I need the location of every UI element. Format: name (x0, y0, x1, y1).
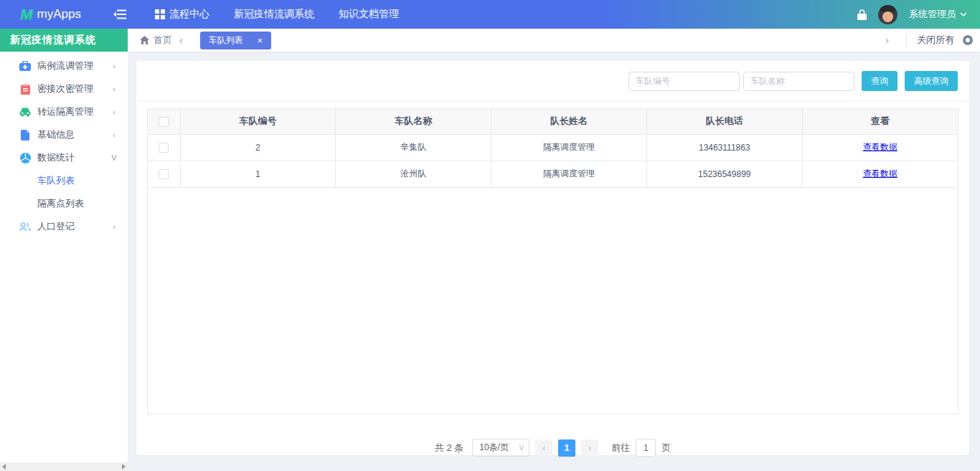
chevron-left-icon: ‹ (110, 85, 118, 93)
sidebar-subitem-label: 车队列表 (37, 174, 75, 187)
sidebar-subitem-isolation-point-list[interactable]: 隔离点列表 (0, 192, 128, 215)
nav-label: 新冠疫情流调系统 (234, 8, 314, 21)
cell-leader-phone: 13463111863 (646, 134, 802, 161)
cell-team-id: 2 (180, 134, 336, 161)
tab-options-icon[interactable] (963, 35, 973, 45)
cell-team-name: 沧州队 (336, 161, 491, 187)
sidebar-horizontal-scrollbar[interactable] (0, 462, 128, 471)
view-data-link[interactable]: 查看数据 (863, 168, 897, 179)
chevron-left-icon: ‹ (110, 62, 118, 70)
sidebar-item-data-statistics[interactable]: 数据统计 ᐯ (0, 146, 128, 169)
sidebar-item-label: 密接次密管理 (37, 82, 104, 95)
column-header: 队长姓名 (491, 109, 647, 134)
cell-leader-name: 隔离调度管理 (491, 134, 647, 161)
tab-home-label: 首页 (154, 34, 172, 47)
avatar[interactable] (878, 5, 897, 24)
nav-label: 知识文档管理 (339, 8, 399, 21)
row-checkbox[interactable] (159, 169, 169, 179)
page-unit-label: 页 (661, 442, 671, 455)
chevron-left-icon: ‹ (110, 222, 118, 231)
search-toolbar: 查询 高级查询 (136, 61, 969, 101)
sidebar-item-close-contact[interactable]: 密接次密管理 ‹ (0, 77, 128, 100)
sidebar-item-label: 数据统计 (37, 151, 104, 164)
page-size-value: 10条/页 (479, 442, 509, 454)
row-checkbox[interactable] (159, 143, 169, 153)
sidebar-title: 新冠疫情流调系统 (0, 29, 128, 52)
scroll-right-arrow-icon[interactable] (122, 464, 126, 470)
tab-fleet-list[interactable]: 车队列表 × (200, 32, 272, 49)
sidebar-item-label: 基础信息 (37, 128, 104, 141)
current-page-button[interactable]: 1 (558, 439, 575, 457)
divider (906, 34, 907, 46)
logo-text: myApps (37, 7, 81, 22)
menu-fold-icon[interactable] (113, 9, 126, 19)
select-all-cell (148, 109, 180, 134)
close-icon[interactable]: × (258, 36, 263, 45)
tab-home[interactable]: 首页 (140, 34, 172, 47)
goto-page-input[interactable] (636, 439, 656, 457)
car-icon (19, 106, 31, 118)
user-menu[interactable]: 系统管理员 (909, 8, 967, 21)
app-logo[interactable]: M myApps (0, 6, 108, 23)
prev-page-button[interactable]: ‹ (535, 439, 552, 457)
column-header: 车队编号 (180, 109, 336, 134)
query-button[interactable]: 查询 (862, 71, 897, 91)
chevron-left-icon: ‹ (110, 130, 118, 139)
column-header: 队长电话 (646, 109, 802, 134)
tabs-scroll-left-icon[interactable]: ‹ (172, 34, 190, 46)
cell-team-id: 1 (180, 161, 336, 187)
sidebar-item-label: 人口登记 (37, 220, 104, 233)
sidebar-item-label: 病例流调管理 (37, 60, 104, 72)
column-header: 查看 (802, 109, 958, 134)
sidebar-subitem-label: 隔离点列表 (37, 197, 84, 210)
team-name-input[interactable] (743, 72, 854, 91)
pagination: 共 2 条 10条/页 ᐯ ‹ 1 › 前往 页 (136, 439, 969, 457)
page-size-select[interactable]: 10条/页 ᐯ (472, 439, 529, 457)
tabs-scroll-right-icon[interactable]: › (878, 34, 896, 46)
pagination-total: 共 2 条 (435, 442, 463, 455)
sidebar-item-population-registration[interactable]: 人口登记 ‹ (0, 215, 128, 238)
sidebar-item-label: 转运隔离管理 (37, 105, 104, 118)
people-icon (19, 221, 31, 232)
advanced-query-button[interactable]: 高级查询 (905, 71, 958, 91)
next-page-button[interactable]: › (581, 439, 598, 457)
nav-item-knowledge-docs[interactable]: 知识文档管理 (329, 0, 409, 29)
clipboard-icon (19, 83, 31, 95)
nav-item-covid-system[interactable]: 新冠疫情流调系统 (224, 0, 324, 29)
sidebar-subitem-fleet-list[interactable]: 车队列表 (0, 169, 128, 192)
sidebar: 新冠疫情流调系统 病例流调管理 ‹ (0, 29, 128, 471)
lock-icon[interactable] (857, 9, 867, 20)
table-header-row: 车队编号 车队名称 队长姓名 队长电话 查看 (148, 109, 958, 134)
fleet-list-card: 查询 高级查询 车队编号 (136, 61, 969, 455)
select-all-checkbox[interactable] (159, 117, 169, 127)
cell-leader-phone: 15236549899 (646, 161, 802, 187)
content-area: 查询 高级查询 车队编号 (128, 52, 980, 471)
medical-kit-icon (19, 60, 31, 72)
cell-leader-name: 隔离调度管理 (491, 161, 647, 187)
user-name: 系统管理员 (909, 8, 956, 21)
tab-label: 车队列表 (209, 34, 243, 47)
tab-bar: 首页 ‹ 车队列表 × › 关闭所有 (128, 29, 980, 52)
close-all-button[interactable]: 关闭所有 (917, 34, 954, 47)
sidebar-item-transfer-isolation[interactable]: 转运隔离管理 ‹ (0, 100, 128, 123)
table-row: 2 辛集队 隔离调度管理 13463111863 查看数据 (148, 134, 958, 161)
nav-item-process-center[interactable]: 流程中心 (145, 0, 220, 29)
sidebar-item-basic-info[interactable]: 基础信息 ‹ (0, 123, 128, 146)
goto-label: 前往 (611, 442, 630, 455)
chevron-left-icon: ‹ (110, 108, 118, 116)
view-data-link[interactable]: 查看数据 (863, 142, 897, 152)
top-bar: M myApps 流程中心 新冠疫情流调系统 知识文档管理 (0, 0, 980, 29)
chevron-down-icon: ᐯ (110, 153, 118, 163)
chevron-down-icon: ᐯ (519, 444, 524, 452)
sidebar-item-case-management[interactable]: 病例流调管理 ‹ (0, 54, 128, 77)
team-id-input[interactable] (628, 72, 740, 91)
table-zone: 车队编号 车队名称 队长姓名 队长电话 查看 2 (136, 101, 969, 414)
column-header: 车队名称 (336, 109, 491, 134)
scroll-left-arrow-icon[interactable] (2, 464, 6, 470)
nav-label: 流程中心 (169, 8, 209, 21)
grid-icon (155, 9, 165, 19)
table-row: 1 沧州队 隔离调度管理 15236549899 查看数据 (148, 161, 958, 187)
home-icon (140, 36, 149, 44)
top-bar-right: 系统管理员 (857, 5, 980, 24)
chevron-down-icon (960, 12, 967, 16)
